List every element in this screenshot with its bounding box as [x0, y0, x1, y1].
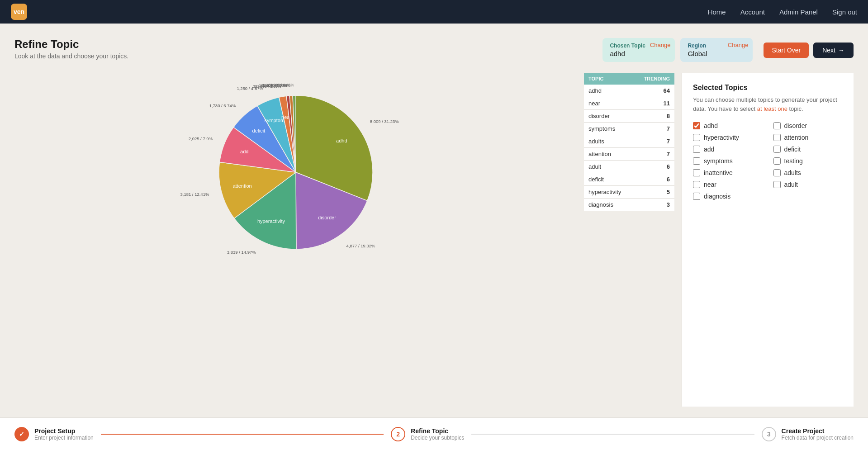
page-title: Refine Topic [14, 38, 602, 51]
pie-ext-label-add: 2,025 / 7.9% [188, 136, 213, 141]
step-2-circle: 2 [391, 427, 405, 441]
step-2-text: Refine Topic Decide your subtopics [411, 427, 464, 441]
chosen-topic-value: adhd [610, 50, 668, 57]
topic-checkbox-symptoms[interactable]: symptoms [693, 157, 763, 165]
trending-table: TOPIC TRENDING adhd64near11disorder8symp… [584, 73, 674, 211]
topic-checkbox-attention[interactable]: attention [773, 134, 843, 141]
step-3-desc: Fetch data for project creation [782, 435, 854, 441]
selected-topics-section: Selected Topics You can choose multiple … [682, 73, 854, 407]
table-row[interactable]: adults7 [584, 135, 674, 148]
step-line-2 [471, 434, 754, 435]
table-row[interactable]: deficit6 [584, 173, 674, 186]
page-subtitle: Look at the data and choose your topics. [14, 52, 602, 60]
topics-grid: adhddisorderhyperactivityattentionadddef… [693, 122, 843, 200]
table-row[interactable]: symptoms7 [584, 123, 674, 135]
table-row[interactable]: attention7 [584, 148, 674, 161]
chosen-topic-box: Chosen Topic adhd Change [602, 38, 675, 62]
col-topic: TOPIC [584, 73, 633, 85]
pie-label-hyperactivity: hyperactivity [257, 218, 285, 224]
main-content: Refine Topic Look at the data and choose… [0, 24, 868, 417]
header-controls: Chosen Topic adhd Change Region Global C… [602, 38, 854, 62]
topic-checkbox-adult[interactable]: adult [773, 181, 843, 188]
pie-label-add: add [240, 149, 248, 154]
pie-label-attention: attention [232, 183, 251, 189]
table-row[interactable]: diagnosis3 [584, 199, 674, 211]
nav-sign-out[interactable]: Sign out [832, 8, 857, 16]
step-3-text: Create Project Fetch data for project cr… [782, 427, 854, 441]
content-area: adhd8,009 / 31.23%disorder4,877 / 19.02%… [14, 73, 854, 407]
step-3-circle: 3 [762, 427, 776, 441]
table-section: TOPIC TRENDING adhd64near11disorder8symp… [584, 73, 674, 407]
step-1-circle: ✓ [14, 427, 29, 441]
nav-admin-panel[interactable]: Admin Panel [779, 8, 818, 16]
start-over-button[interactable]: Start Over [764, 43, 809, 58]
topic-checkbox-disorder[interactable]: disorder [773, 122, 843, 129]
topic-checkbox-add[interactable]: add [693, 146, 763, 153]
step-line-1 [101, 434, 384, 435]
change-region-button[interactable]: Change [728, 42, 749, 48]
at-least-one-link[interactable]: at least one [757, 105, 787, 112]
topic-checkbox-hyperactivity[interactable]: hyperactivity [693, 134, 763, 141]
page-title-block: Refine Topic Look at the data and choose… [14, 38, 602, 60]
topic-checkbox-deficit[interactable]: deficit [773, 146, 843, 153]
step-3-name: Create Project [782, 427, 854, 435]
step-3: 3 Create Project Fetch data for project … [762, 427, 854, 441]
pie-ext-label-sm-testing: 167,008 / 0.65% [266, 83, 294, 87]
table-row[interactable]: hyperactivity5 [584, 186, 674, 199]
region-box: Region Global Change [680, 38, 753, 62]
pie-chart: adhd8,009 / 31.23%disorder4,877 / 19.02%… [169, 77, 422, 267]
step-1: ✓ Project Setup Enter project informatio… [14, 427, 94, 441]
pie-ext-label-attention: 3,181 / 12.41% [180, 192, 209, 197]
stepper: ✓ Project Setup Enter project informatio… [0, 417, 868, 450]
topic-checkbox-near[interactable]: near [693, 181, 763, 188]
pie-ext-label-hyperactivity: 3,839 / 14.97% [227, 250, 256, 255]
chart-section: adhd8,009 / 31.23%disorder4,877 / 19.02%… [14, 73, 577, 407]
step-2: 2 Refine Topic Decide your subtopics [391, 427, 464, 441]
col-trending: TRENDING [633, 73, 674, 85]
pie-label-deficit: deficit [252, 128, 265, 133]
change-topic-button[interactable]: Change [650, 42, 671, 48]
step-2-name: Refine Topic [411, 427, 464, 435]
page-header: Refine Topic Look at the data and choose… [14, 38, 854, 62]
navbar: ven Home Account Admin Panel Sign out [0, 0, 868, 24]
pie-ext-label-adhd: 8,009 / 31.23% [370, 119, 398, 124]
selected-topics-title: Selected Topics [693, 84, 843, 92]
app-logo: ven [11, 4, 27, 20]
selected-topics-desc: You can choose multiple topics to genera… [693, 95, 843, 113]
table-row[interactable]: near11 [584, 97, 674, 110]
table-row[interactable]: adhd64 [584, 85, 674, 97]
nav-account[interactable]: Account [740, 8, 765, 16]
table-row[interactable]: disorder8 [584, 110, 674, 123]
pie-ext-label-deficit: 1,730 / 6.74% [209, 103, 236, 108]
topic-checkbox-adhd[interactable]: adhd [693, 122, 763, 129]
region-value: Global [688, 50, 745, 57]
topic-checkbox-inattentive[interactable]: inattentive [693, 169, 763, 176]
arrow-right-icon: → [838, 47, 844, 54]
action-buttons: Start Over Next → [764, 43, 854, 58]
topic-checkbox-testing[interactable]: testing [773, 157, 843, 165]
pie-ext-label-disorder: 4,877 / 19.02% [346, 243, 375, 248]
nav-home[interactable]: Home [708, 8, 726, 16]
table-row[interactable]: adult6 [584, 161, 674, 173]
step-1-name: Project Setup [34, 427, 94, 435]
nav-links: Home Account Admin Panel Sign out [708, 8, 857, 16]
pie-label-adhd: adhd [336, 138, 347, 143]
step-1-desc: Enter project information [34, 435, 94, 441]
pie-label-disorder: disorder [318, 215, 336, 220]
next-button[interactable]: Next → [813, 43, 854, 58]
topic-checkbox-adults[interactable]: adults [773, 169, 843, 176]
step-2-desc: Decide your subtopics [411, 435, 464, 441]
topic-checkbox-diagnosis[interactable]: diagnosis [693, 193, 763, 200]
step-1-text: Project Setup Enter project information [34, 427, 94, 441]
